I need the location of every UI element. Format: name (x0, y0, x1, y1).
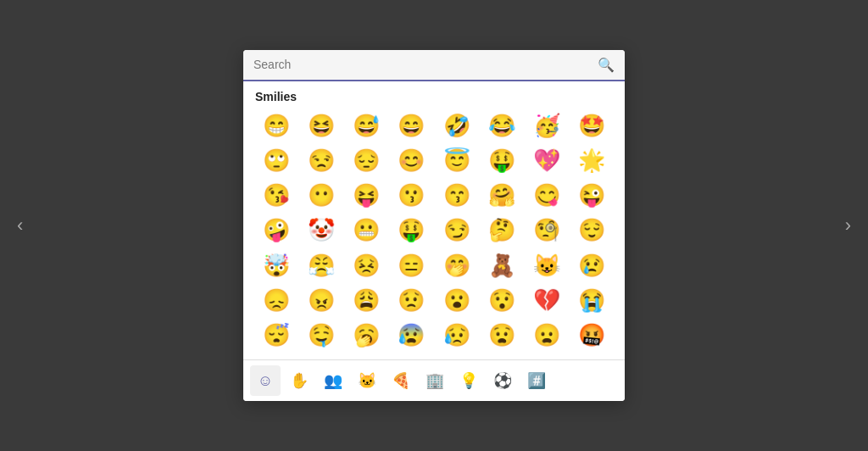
emoji-body: Smilies 😁😆😅😄🤣😂🥳🤩🙄😒😔😊😇🤑💖🌟😘😶😝😗😙🤗😋😜🤪🤡😬🤑😏🤔🧐😌… (243, 81, 625, 359)
category-button-people[interactable]: 👥 (318, 365, 348, 396)
emoji-item[interactable]: 😞 (255, 285, 297, 316)
emoji-item[interactable]: 😯 (481, 285, 522, 316)
emoji-item[interactable]: 😜 (571, 180, 613, 211)
emoji-item[interactable]: 🤣 (436, 110, 477, 142)
emoji-item[interactable]: 😟 (391, 285, 432, 316)
emoji-item[interactable]: 😠 (300, 285, 342, 316)
emoji-item[interactable]: 😙 (436, 180, 477, 211)
emoji-item[interactable]: 😇 (436, 145, 477, 176)
emoji-picker: 🔍 Smilies 😁😆😅😄🤣😂🥳🤩🙄😒😔😊😇🤑💖🌟😘😶😝😗😙🤗😋😜🤪🤡😬🤑😏🤔… (243, 50, 625, 401)
emoji-item[interactable]: 😑 (391, 250, 432, 281)
nav-arrow-left[interactable]: ‹ (10, 208, 30, 243)
search-bar: 🔍 (243, 50, 625, 81)
category-button-hand[interactable]: ✋ (284, 365, 314, 396)
search-icon: 🔍 (598, 57, 615, 73)
emoji-item[interactable]: 😰 (391, 320, 432, 351)
emoji-item[interactable]: 😂 (481, 110, 522, 142)
emoji-item[interactable]: 😭 (571, 285, 613, 316)
emoji-item[interactable]: 🥱 (346, 320, 387, 351)
emoji-item[interactable]: 😦 (526, 320, 568, 351)
emoji-item[interactable]: 😘 (255, 180, 297, 211)
emoji-item[interactable]: 🤑 (391, 214, 432, 246)
emoji-item[interactable]: 🌟 (571, 145, 613, 176)
emoji-item[interactable]: 😧 (481, 320, 522, 351)
emoji-item[interactable]: 😔 (346, 145, 387, 176)
emoji-item[interactable]: 🤭 (436, 250, 477, 281)
emoji-item[interactable]: 🤩 (571, 110, 613, 142)
emoji-item[interactable]: 🧸 (481, 250, 522, 281)
category-button-animal[interactable]: 🐱 (352, 365, 382, 396)
emoji-item[interactable]: 😥 (436, 320, 477, 351)
emoji-item[interactable]: 😣 (346, 250, 387, 281)
emoji-item[interactable]: 🤗 (481, 180, 522, 211)
search-input[interactable] (253, 58, 598, 71)
emoji-item[interactable]: 🤤 (300, 320, 342, 351)
category-button-food[interactable]: 🍕 (386, 365, 416, 396)
emoji-item[interactable]: 😺 (526, 250, 568, 281)
emoji-item[interactable]: 🤪 (255, 214, 297, 246)
emoji-item[interactable]: 😋 (526, 180, 568, 211)
emoji-item[interactable]: 🤬 (571, 320, 613, 351)
category-button-activity[interactable]: 🏢 (420, 365, 450, 396)
emoji-item[interactable]: 😮 (436, 285, 477, 316)
emoji-item[interactable]: 😬 (346, 214, 387, 246)
emoji-item[interactable]: 💔 (526, 285, 568, 316)
emoji-item[interactable]: 💖 (526, 145, 568, 176)
emoji-item[interactable]: 😏 (436, 214, 477, 246)
emoji-item[interactable]: 😊 (391, 145, 432, 176)
emoji-item[interactable]: 🤡 (300, 214, 342, 246)
section-title: Smilies (255, 90, 613, 103)
emoji-item[interactable]: 😅 (346, 110, 387, 142)
emoji-item[interactable]: 😄 (391, 110, 432, 142)
emoji-item[interactable]: 🧐 (526, 214, 568, 246)
emoji-item[interactable]: 🤔 (481, 214, 522, 246)
emoji-item[interactable]: 😁 (255, 110, 297, 142)
category-bar: ☺✋👥🐱🍕🏢💡⚽#️⃣ (243, 359, 625, 401)
category-button-hash[interactable]: #️⃣ (521, 365, 552, 396)
emoji-item[interactable]: 😤 (300, 250, 342, 281)
nav-arrow-right[interactable]: › (838, 208, 858, 243)
emoji-item[interactable]: 🤯 (255, 250, 297, 281)
emoji-item[interactable]: 😩 (346, 285, 387, 316)
emoji-item[interactable]: 🙄 (255, 145, 297, 176)
emoji-item[interactable]: 🤑 (481, 145, 522, 176)
emoji-item[interactable]: 😶 (300, 180, 342, 211)
category-button-smileys[interactable]: ☺ (250, 365, 281, 396)
emoji-item[interactable]: 😒 (300, 145, 342, 176)
emoji-item[interactable]: 😌 (571, 214, 613, 246)
category-button-object[interactable]: 💡 (453, 365, 484, 396)
emoji-item[interactable]: 🥳 (526, 110, 568, 142)
emoji-grid: 😁😆😅😄🤣😂🥳🤩🙄😒😔😊😇🤑💖🌟😘😶😝😗😙🤗😋😜🤪🤡😬🤑😏🤔🧐😌🤯😤😣😑🤭🧸😺😢… (255, 110, 613, 351)
emoji-item[interactable]: 😝 (346, 180, 387, 211)
emoji-item[interactable]: 😗 (391, 180, 432, 211)
emoji-item[interactable]: 😆 (300, 110, 342, 142)
category-button-symbol[interactable]: ⚽ (487, 365, 518, 396)
emoji-item[interactable]: 😢 (571, 250, 613, 281)
emoji-item[interactable]: 😴 (255, 320, 297, 351)
